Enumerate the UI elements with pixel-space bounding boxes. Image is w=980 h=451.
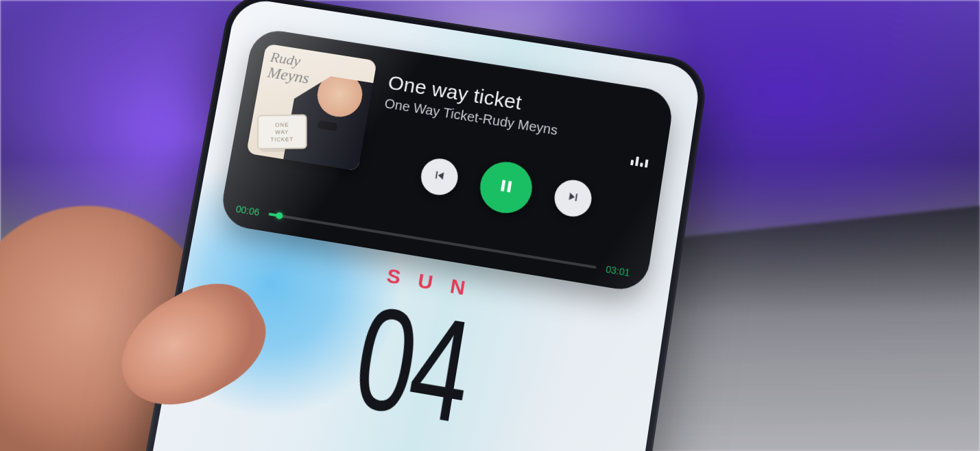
progress-knob[interactable] [276, 212, 283, 219]
album-art-text-2: Meyns [266, 64, 310, 86]
play-pause-button[interactable] [477, 158, 536, 217]
previous-button[interactable] [418, 156, 461, 197]
pause-icon [495, 175, 518, 199]
duration-time: 03:01 [605, 264, 630, 278]
equalizer-icon[interactable] [630, 153, 649, 167]
elapsed-time: 00:06 [235, 204, 261, 218]
next-button[interactable] [552, 177, 595, 219]
skip-previous-icon [431, 167, 449, 186]
album-art-ticket: ONE WAY TICKET [257, 114, 307, 149]
album-art[interactable]: Rudy Meyns ONE WAY TICKET [246, 43, 377, 171]
skip-next-icon [564, 188, 582, 208]
